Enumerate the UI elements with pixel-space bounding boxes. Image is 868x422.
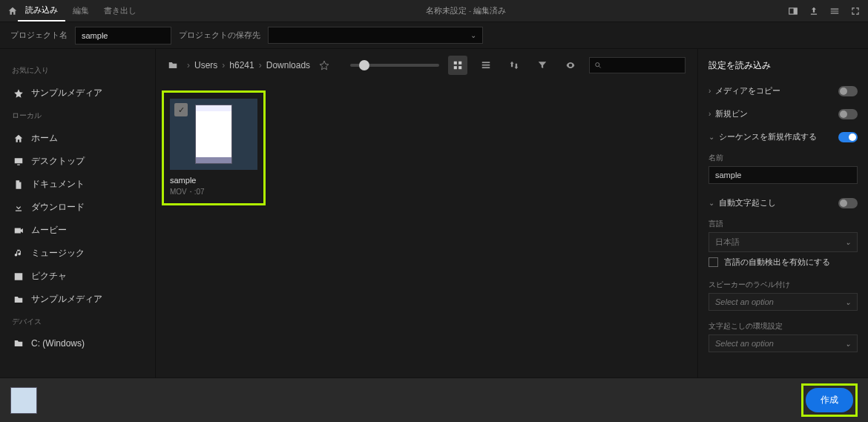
music-icon	[13, 248, 24, 259]
toggle-create-sequence[interactable]	[838, 132, 858, 142]
project-name-label: プロジェクト名	[10, 30, 68, 41]
sidebar-item-label: サンプルメディア	[31, 293, 102, 306]
star-icon	[13, 88, 24, 99]
zoom-slider[interactable]	[350, 64, 439, 67]
favorites-title: お気に入り	[12, 65, 143, 76]
svg-rect-6	[482, 62, 490, 63]
setting-create-sequence[interactable]: シーケンスを新規作成する	[719, 131, 817, 142]
breadcrumb-segment[interactable]: Downloads	[266, 60, 310, 70]
sidebar-item-downloads[interactable]: ダウンロード	[12, 196, 143, 219]
breadcrumb-segment[interactable]: Users	[194, 60, 217, 70]
tab-import[interactable]: 読み込み	[18, 0, 65, 22]
picture-icon	[13, 271, 24, 282]
speaker-select[interactable]: Select an option⌄	[708, 293, 858, 311]
eye-icon[interactable]	[561, 56, 580, 75]
sidebar-item-documents[interactable]: ドキュメント	[12, 173, 143, 196]
svg-rect-4	[454, 66, 457, 69]
language-select[interactable]: 日本語⌄	[708, 232, 858, 252]
home-icon[interactable]	[7, 6, 18, 16]
bottom-bar: 作成	[0, 378, 868, 422]
list-view-button[interactable]	[476, 56, 496, 75]
download-icon	[13, 202, 24, 213]
sidebar-item-label: ミュージック	[31, 247, 85, 260]
setting-copy-media[interactable]: メディアをコピー	[715, 85, 780, 96]
sidebar-item-label: サンプルメディア	[31, 87, 102, 99]
sidebar: お気に入り サンプルメディア ローカル ホーム デスクトップ ドキュメント ダウ…	[0, 49, 156, 378]
menu-icon[interactable]	[829, 6, 840, 16]
workspace-icon[interactable]	[788, 6, 798, 16]
chevron-down-icon: ⌄	[845, 340, 851, 348]
grid-view-button[interactable]	[448, 56, 467, 75]
sidebar-item-label: ピクチャ	[31, 270, 67, 283]
create-button[interactable]: 作成	[806, 388, 853, 412]
settings-panel: 設定を読み込み ›メディアをコピー ›新規ビン ⌄シーケンスを新規作成する 名前…	[697, 49, 868, 378]
file-thumbnail: ✓	[170, 99, 257, 170]
chevron-right-icon: ›	[708, 87, 711, 95]
sidebar-item-desktop[interactable]: デスクトップ	[12, 150, 143, 173]
star-outline-icon[interactable]	[319, 60, 329, 70]
folder-dropdown-icon[interactable]	[168, 60, 178, 70]
sidebar-item-label: デスクトップ	[31, 155, 85, 168]
env-select[interactable]: Select an option⌄	[708, 334, 858, 352]
chevron-down-icon: ⌄	[845, 238, 851, 246]
speaker-label: スピーカーのラベル付け	[708, 280, 858, 290]
sequence-name-input[interactable]	[708, 166, 858, 184]
toggle-copy-media[interactable]	[838, 86, 858, 96]
sidebar-item-sample-media-fav[interactable]: サンプルメディア	[12, 82, 143, 105]
file-name: sample	[170, 176, 257, 185]
chevron-right-icon: ›	[708, 110, 711, 118]
sequence-name-label: 名前	[708, 153, 858, 163]
svg-rect-3	[458, 62, 461, 65]
share-icon[interactable]	[809, 6, 819, 16]
svg-rect-8	[482, 67, 490, 68]
auto-detect-label: 言語の自動検出を有効にする	[724, 257, 830, 268]
sidebar-item-home[interactable]: ホーム	[12, 127, 143, 150]
settings-heading: 設定を読み込み	[708, 59, 858, 72]
sidebar-item-movies[interactable]: ムービー	[12, 219, 143, 242]
checkmark-icon: ✓	[174, 103, 188, 116]
file-grid: ✓ sample MOV・:07	[156, 82, 697, 378]
language-label: 言語	[708, 219, 858, 229]
chevron-down-icon: ⌄	[470, 31, 476, 39]
sidebar-item-sample-media[interactable]: サンプルメディア	[12, 288, 143, 311]
breadcrumb: › Users › h6241 › Downloads	[187, 60, 310, 70]
toggle-auto-transcribe[interactable]	[838, 198, 858, 208]
mini-thumbnail[interactable]	[10, 387, 37, 414]
sidebar-item-c-drive[interactable]: C: (Windows)	[12, 333, 143, 354]
svg-rect-5	[458, 66, 461, 69]
local-title: ローカル	[12, 111, 143, 121]
toggle-new-bin[interactable]	[838, 109, 858, 119]
home-icon	[13, 133, 24, 144]
chevron-down-icon: ⌄	[708, 199, 714, 207]
sort-button[interactable]	[504, 56, 524, 75]
project-name-input[interactable]	[75, 27, 171, 44]
folder-icon	[13, 338, 24, 349]
env-label: 文字起こしの環境設定	[708, 321, 858, 332]
sidebar-item-pictures[interactable]: ピクチャ	[12, 265, 143, 288]
auto-detect-checkbox[interactable]	[708, 257, 718, 267]
document-icon	[13, 179, 24, 190]
svg-point-9	[596, 63, 599, 67]
chevron-down-icon: ⌄	[708, 133, 714, 141]
chevron-down-icon: ⌄	[845, 298, 851, 306]
svg-rect-1	[794, 7, 798, 13]
project-save-label: プロジェクトの保存先	[179, 30, 260, 41]
svg-rect-2	[454, 62, 457, 65]
fullscreen-icon[interactable]	[850, 6, 861, 16]
project-save-select[interactable]: ⌄	[268, 27, 483, 44]
search-input[interactable]	[589, 57, 685, 73]
setting-new-bin[interactable]: 新規ビン	[715, 108, 748, 119]
sidebar-item-label: C: (Windows)	[31, 338, 85, 349]
sidebar-item-music[interactable]: ミュージック	[12, 242, 143, 265]
sidebar-item-label: ホーム	[31, 132, 58, 145]
breadcrumb-segment[interactable]: h6241	[229, 60, 254, 70]
svg-rect-7	[482, 65, 490, 66]
tab-export[interactable]: 書き出し	[96, 1, 144, 21]
filter-button[interactable]	[533, 56, 552, 75]
tab-edit[interactable]: 編集	[65, 1, 96, 21]
sidebar-item-label: ドキュメント	[31, 178, 85, 191]
setting-auto-transcribe[interactable]: 自動文字起こし	[719, 197, 776, 208]
sidebar-item-label: ムービー	[31, 224, 67, 237]
desktop-icon	[13, 156, 24, 167]
file-card[interactable]: ✓ sample MOV・:07	[162, 90, 266, 205]
